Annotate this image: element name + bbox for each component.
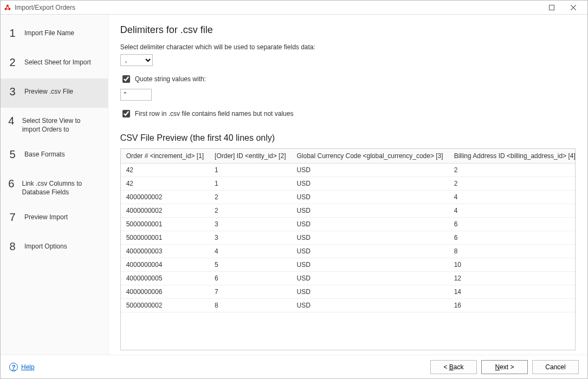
table-row[interactable]: 50000000013USD60 <box>121 218 576 231</box>
help-icon: ? <box>9 363 18 371</box>
table-cell: 5000000001 <box>121 231 209 245</box>
help-link[interactable]: ? Help <box>9 363 35 371</box>
wizard-step-5[interactable]: 5Base Formats <box>1 141 108 171</box>
quote-input[interactable] <box>120 89 152 101</box>
table-cell: 4 <box>449 204 576 218</box>
step-label: Link .csv Columns to Database Fields <box>22 178 100 197</box>
table-cell: 5000000001 <box>121 218 209 231</box>
table-cell: USD <box>291 204 448 218</box>
svg-rect-3 <box>550 5 554 10</box>
firstrow-checkbox-row[interactable]: First row in .csv file contains field na… <box>120 108 576 119</box>
table-row[interactable]: 50000000028USD160 <box>121 299 576 312</box>
table-cell: 12 <box>449 272 576 285</box>
delimiter-hint: Select delimiter character which will be… <box>120 43 576 51</box>
step-number: 3 <box>8 86 17 97</box>
step-number: 8 <box>8 241 17 252</box>
step-number: 2 <box>8 57 17 68</box>
wizard-step-3[interactable]: 3Preview .csv File <box>1 79 108 108</box>
quote-checkbox[interactable] <box>122 75 130 83</box>
table-cell: 1 <box>209 177 291 191</box>
table-cell: 2 <box>449 177 576 191</box>
step-number: 5 <box>8 149 17 160</box>
table-cell: 4000000005 <box>121 272 209 285</box>
table-cell: 4000000002 <box>121 204 209 218</box>
table-cell: 42 <box>121 177 209 191</box>
table-cell: 2 <box>209 204 291 218</box>
table-row[interactable]: 421USD20 <box>121 177 576 191</box>
step-label: Select Sheet for Import <box>24 57 91 67</box>
delimiter-select[interactable]: , <box>120 54 153 66</box>
table-cell: 6 <box>449 218 576 231</box>
wizard-step-4[interactable]: 4Select Store View to import Orders to <box>1 108 108 141</box>
wizard-steps: 1Import File Name2Select Sheet for Impor… <box>1 15 108 355</box>
close-button[interactable] <box>563 1 584 15</box>
csv-preview-table: Order # <increment_id> [1][Order] ID <en… <box>121 149 576 312</box>
back-button[interactable]: < Back <box>430 360 477 374</box>
firstrow-checkbox[interactable] <box>122 110 130 117</box>
table-cell: USD <box>291 285 448 299</box>
table-row[interactable]: 40000000056USD120 <box>121 272 576 285</box>
step-label: Import Options <box>24 241 67 251</box>
step-number: 7 <box>8 212 17 223</box>
table-cell: USD <box>291 299 448 312</box>
wizard-step-6[interactable]: 6Link .csv Columns to Database Fields <box>1 171 108 204</box>
step-number: 4 <box>8 115 15 126</box>
step-label: Import File Name <box>24 28 74 38</box>
table-row[interactable]: 40000000067USD140 <box>121 285 576 299</box>
column-header[interactable]: Global Currency Code <global_currency_co… <box>291 149 448 164</box>
table-cell: USD <box>291 245 448 258</box>
step-number: 1 <box>8 28 17 38</box>
table-cell: 16 <box>449 299 576 312</box>
wizard-step-8[interactable]: 8Import Options <box>1 233 108 263</box>
step-label: Preview Import <box>24 212 68 222</box>
table-cell: 2 <box>449 164 576 177</box>
table-cell: USD <box>291 177 448 191</box>
wizard-step-1[interactable]: 1Import File Name <box>1 20 108 49</box>
wizard-step-7[interactable]: 7Preview Import <box>1 204 108 233</box>
cancel-button[interactable]: Cancel <box>532 360 579 374</box>
table-cell: 4 <box>449 191 576 204</box>
csv-preview-table-wrap[interactable]: Order # <increment_id> [1][Order] ID <en… <box>120 148 576 350</box>
table-cell: 42 <box>121 164 209 177</box>
content-area: Delimiters for .csv file Select delimite… <box>108 15 587 355</box>
table-cell: 2 <box>209 191 291 204</box>
table-cell: USD <box>291 164 448 177</box>
table-row[interactable]: 40000000034USD80 <box>121 245 576 258</box>
table-row[interactable]: 40000000022USD40 <box>121 191 576 204</box>
column-header[interactable]: [Order] ID <entity_id> [2] <box>209 149 291 164</box>
table-cell: 5 <box>209 258 291 272</box>
quote-checkbox-row[interactable]: Quote string values with: <box>120 74 576 84</box>
table-row[interactable]: 421USD20 <box>121 164 576 177</box>
window-title: Import/Export Orders <box>15 4 541 11</box>
table-cell: 4000000003 <box>121 245 209 258</box>
wizard-step-2[interactable]: 2Select Sheet for Import <box>1 49 108 79</box>
column-header[interactable]: Order # <increment_id> [1] <box>121 149 209 164</box>
table-cell: USD <box>291 218 448 231</box>
step-label: Select Store View to import Orders to <box>22 115 100 134</box>
table-cell: 7 <box>209 285 291 299</box>
step-label: Preview .csv File <box>24 86 73 96</box>
preview-heading: CSV File Preview (the first 40 lines onl… <box>120 133 576 143</box>
table-cell: 10 <box>449 258 576 272</box>
table-cell: 3 <box>209 231 291 245</box>
maximize-button[interactable] <box>541 1 563 15</box>
table-cell: 6 <box>449 231 576 245</box>
table-cell: 6 <box>209 272 291 285</box>
titlebar: Import/Export Orders <box>1 1 587 15</box>
table-cell: 14 <box>449 285 576 299</box>
table-cell: USD <box>291 231 448 245</box>
next-button[interactable]: Next > <box>481 360 528 374</box>
table-cell: 3 <box>209 218 291 231</box>
table-cell: 4000000004 <box>121 258 209 272</box>
table-row[interactable]: 40000000045USD100 <box>121 258 576 272</box>
firstrow-checkbox-label: First row in .csv file contains field na… <box>135 110 294 117</box>
column-header[interactable]: Billing Address ID <billing_address_id> … <box>449 149 576 164</box>
step-label: Base Formats <box>24 149 65 159</box>
table-row[interactable]: 50000000013USD60 <box>121 231 576 245</box>
table-cell: 5000000002 <box>121 299 209 312</box>
help-label: Help <box>21 363 35 371</box>
content-heading: Delimiters for .csv file <box>120 24 576 36</box>
table-row[interactable]: 40000000022USD40 <box>121 204 576 218</box>
table-cell: 1 <box>209 164 291 177</box>
quote-checkbox-label: Quote string values with: <box>135 75 206 83</box>
